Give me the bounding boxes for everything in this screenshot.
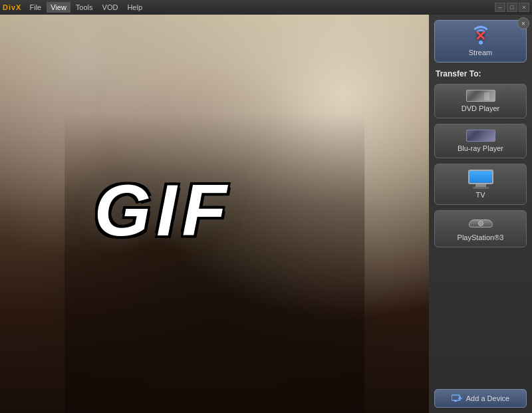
menu-view[interactable]: View: [47, 2, 70, 13]
stream-button[interactable]: ✕ Stream: [434, 20, 527, 63]
x-overlay-icon: ✕: [469, 26, 493, 46]
video-area[interactable]: GIF: [0, 15, 429, 413]
stream-label: Stream: [469, 49, 492, 57]
tv-button[interactable]: TV: [434, 164, 527, 205]
bluray-icon: [466, 130, 495, 142]
ps3-center-button: [478, 221, 483, 226]
main-layout: GIF × ✕ Stream Transfer To: DVD Player B…: [0, 15, 532, 413]
menu-tools[interactable]: Tools: [72, 2, 97, 13]
window-controls: – □ ×: [495, 3, 529, 12]
ps3-icon: [468, 216, 493, 231]
tv-screen: [468, 170, 493, 184]
add-device-icon: [452, 394, 462, 402]
ps3-body: [469, 219, 493, 227]
dvd-label: DVD Player: [462, 104, 499, 112]
add-device-button[interactable]: Add a Device: [434, 389, 527, 408]
svg-rect-1: [454, 400, 457, 402]
app-logo: DivX: [3, 3, 21, 11]
menu-vod[interactable]: VOD: [98, 2, 122, 13]
tv-base: [473, 187, 489, 189]
svg-rect-0: [452, 395, 460, 400]
right-panel: × ✕ Stream Transfer To: DVD Player Blu-r…: [429, 15, 532, 413]
maximize-button[interactable]: □: [507, 3, 517, 12]
ps3-button[interactable]: PlayStation®3: [434, 210, 527, 247]
close-panel-button[interactable]: ×: [517, 17, 529, 29]
menu-help[interactable]: Help: [123, 2, 146, 13]
dvd-player-button[interactable]: DVD Player: [434, 84, 527, 118]
menu-bar: DivX File View Tools VOD Help: [3, 2, 146, 13]
minimize-button[interactable]: –: [495, 3, 505, 12]
tv-icon: [468, 170, 493, 188]
ps3-label: PlayStation®3: [458, 233, 504, 241]
transfer-label: Transfer To:: [434, 68, 527, 78]
bluray-player-button[interactable]: Blu-ray Player: [434, 124, 527, 158]
gif-text-overlay: GIF: [94, 168, 231, 252]
tv-label: TV: [475, 191, 485, 199]
title-bar: DivX File View Tools VOD Help – □ ×: [0, 0, 532, 15]
stream-icon: ✕: [469, 26, 493, 46]
bluray-label: Blu-ray Player: [458, 144, 503, 152]
menu-file[interactable]: File: [25, 2, 45, 13]
add-device-label: Add a Device: [466, 394, 509, 402]
dvd-icon: [466, 90, 495, 102]
video-person: [65, 114, 365, 413]
close-button[interactable]: ×: [519, 3, 529, 12]
